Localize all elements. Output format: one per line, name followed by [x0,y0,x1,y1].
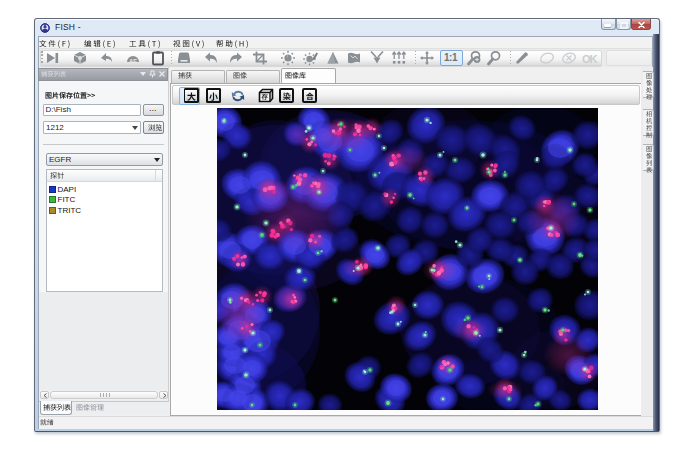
svg-text:OK: OK [582,52,598,64]
svg-text:AF: AF [129,57,137,63]
